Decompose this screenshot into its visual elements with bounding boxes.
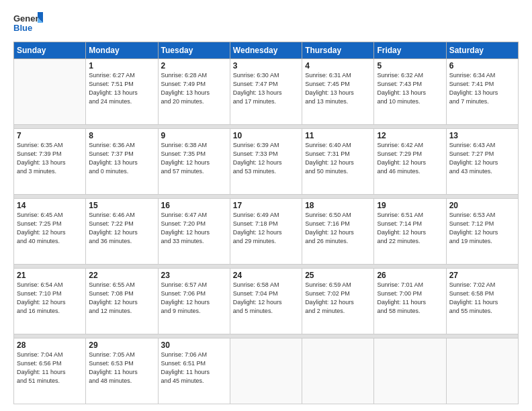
calendar-cell: 10Sunrise: 6:39 AM Sunset: 7:33 PM Dayli… bbox=[230, 129, 302, 195]
day-info: Sunrise: 6:38 AM Sunset: 7:35 PM Dayligh… bbox=[161, 141, 227, 176]
calendar-cell: 13Sunrise: 6:43 AM Sunset: 7:27 PM Dayli… bbox=[446, 129, 518, 195]
day-info: Sunrise: 6:36 AM Sunset: 7:37 PM Dayligh… bbox=[89, 141, 154, 176]
calendar-cell bbox=[230, 338, 302, 404]
day-info: Sunrise: 6:55 AM Sunset: 7:08 PM Dayligh… bbox=[89, 281, 154, 316]
day-info: Sunrise: 6:47 AM Sunset: 7:20 PM Dayligh… bbox=[161, 211, 227, 246]
day-number: 30 bbox=[161, 340, 227, 350]
calendar-cell: 5Sunrise: 6:32 AM Sunset: 7:43 PM Daylig… bbox=[374, 59, 446, 125]
calendar-cell bbox=[446, 338, 518, 404]
day-number: 12 bbox=[377, 131, 443, 140]
day-number: 6 bbox=[449, 61, 515, 71]
calendar-cell: 16Sunrise: 6:47 AM Sunset: 7:20 PM Dayli… bbox=[158, 199, 230, 265]
day-number: 16 bbox=[161, 201, 227, 210]
day-info: Sunrise: 6:40 AM Sunset: 7:31 PM Dayligh… bbox=[305, 141, 371, 176]
day-number: 27 bbox=[449, 271, 515, 280]
day-info: Sunrise: 6:50 AM Sunset: 7:16 PM Dayligh… bbox=[305, 211, 371, 246]
calendar-cell: 17Sunrise: 6:49 AM Sunset: 7:18 PM Dayli… bbox=[230, 199, 302, 265]
day-number: 29 bbox=[89, 340, 154, 350]
day-info: Sunrise: 7:06 AM Sunset: 6:51 PM Dayligh… bbox=[161, 351, 227, 385]
day-info: Sunrise: 7:04 AM Sunset: 6:56 PM Dayligh… bbox=[17, 351, 83, 385]
calendar-header-friday: Friday bbox=[374, 42, 446, 59]
day-info: Sunrise: 6:35 AM Sunset: 7:39 PM Dayligh… bbox=[17, 141, 83, 176]
day-info: Sunrise: 6:58 AM Sunset: 7:04 PM Dayligh… bbox=[233, 281, 299, 316]
day-number: 5 bbox=[377, 61, 443, 71]
calendar-cell: 8Sunrise: 6:36 AM Sunset: 7:37 PM Daylig… bbox=[86, 129, 158, 195]
calendar-cell: 2Sunrise: 6:28 AM Sunset: 7:49 PM Daylig… bbox=[158, 59, 230, 125]
calendar-cell: 20Sunrise: 6:53 AM Sunset: 7:12 PM Dayli… bbox=[446, 199, 518, 265]
calendar-cell: 6Sunrise: 6:34 AM Sunset: 7:41 PM Daylig… bbox=[446, 59, 518, 125]
calendar-week-row: 14Sunrise: 6:45 AM Sunset: 7:25 PM Dayli… bbox=[14, 199, 519, 265]
calendar-header-wednesday: Wednesday bbox=[230, 42, 302, 59]
calendar-cell: 30Sunrise: 7:06 AM Sunset: 6:51 PM Dayli… bbox=[158, 338, 230, 404]
day-number: 7 bbox=[17, 131, 83, 140]
calendar-header-saturday: Saturday bbox=[446, 42, 518, 59]
day-info: Sunrise: 6:39 AM Sunset: 7:33 PM Dayligh… bbox=[233, 141, 299, 176]
logo-icon: General Blue bbox=[13, 11, 43, 35]
day-info: Sunrise: 6:28 AM Sunset: 7:49 PM Dayligh… bbox=[161, 71, 227, 106]
calendar-cell: 4Sunrise: 6:31 AM Sunset: 7:45 PM Daylig… bbox=[302, 59, 374, 125]
calendar-cell: 7Sunrise: 6:35 AM Sunset: 7:39 PM Daylig… bbox=[14, 129, 86, 195]
day-info: Sunrise: 6:32 AM Sunset: 7:43 PM Dayligh… bbox=[377, 71, 443, 106]
day-info: Sunrise: 6:31 AM Sunset: 7:45 PM Dayligh… bbox=[305, 71, 371, 106]
calendar-cell: 24Sunrise: 6:58 AM Sunset: 7:04 PM Dayli… bbox=[230, 269, 302, 334]
calendar-header-monday: Monday bbox=[86, 42, 158, 59]
day-info: Sunrise: 6:46 AM Sunset: 7:22 PM Dayligh… bbox=[89, 211, 154, 246]
calendar-week-row: 1Sunrise: 6:27 AM Sunset: 7:51 PM Daylig… bbox=[14, 59, 519, 125]
calendar-cell: 14Sunrise: 6:45 AM Sunset: 7:25 PM Dayli… bbox=[14, 199, 86, 265]
calendar-week-row: 7Sunrise: 6:35 AM Sunset: 7:39 PM Daylig… bbox=[14, 129, 519, 195]
calendar-cell: 11Sunrise: 6:40 AM Sunset: 7:31 PM Dayli… bbox=[302, 129, 374, 195]
day-number: 15 bbox=[89, 201, 154, 210]
calendar-cell bbox=[14, 59, 86, 125]
calendar-cell: 29Sunrise: 7:05 AM Sunset: 6:53 PM Dayli… bbox=[86, 338, 158, 404]
day-number: 19 bbox=[377, 201, 443, 210]
day-info: Sunrise: 6:49 AM Sunset: 7:18 PM Dayligh… bbox=[233, 211, 299, 246]
calendar-table: SundayMondayTuesdayWednesdayThursdayFrid… bbox=[13, 42, 519, 404]
calendar-cell: 22Sunrise: 6:55 AM Sunset: 7:08 PM Dayli… bbox=[86, 269, 158, 334]
day-number: 17 bbox=[233, 201, 299, 210]
day-number: 2 bbox=[161, 61, 227, 71]
day-number: 10 bbox=[233, 131, 299, 140]
calendar-cell: 12Sunrise: 6:42 AM Sunset: 7:29 PM Dayli… bbox=[374, 129, 446, 195]
day-info: Sunrise: 6:59 AM Sunset: 7:02 PM Dayligh… bbox=[305, 281, 371, 316]
day-number: 28 bbox=[17, 340, 83, 350]
calendar-header-row: SundayMondayTuesdayWednesdayThursdayFrid… bbox=[14, 42, 519, 59]
day-number: 8 bbox=[89, 131, 154, 140]
calendar-cell: 26Sunrise: 7:01 AM Sunset: 7:00 PM Dayli… bbox=[374, 269, 446, 334]
day-number: 23 bbox=[161, 271, 227, 280]
day-info: Sunrise: 7:02 AM Sunset: 6:58 PM Dayligh… bbox=[449, 281, 515, 316]
logo: General Blue bbox=[13, 11, 43, 35]
day-info: Sunrise: 6:42 AM Sunset: 7:29 PM Dayligh… bbox=[377, 141, 443, 176]
day-number: 20 bbox=[449, 201, 515, 210]
day-info: Sunrise: 6:54 AM Sunset: 7:10 PM Dayligh… bbox=[17, 281, 83, 316]
day-info: Sunrise: 6:43 AM Sunset: 7:27 PM Dayligh… bbox=[449, 141, 515, 176]
day-number: 4 bbox=[305, 61, 371, 71]
day-info: Sunrise: 6:57 AM Sunset: 7:06 PM Dayligh… bbox=[161, 281, 227, 316]
calendar-week-row: 28Sunrise: 7:04 AM Sunset: 6:56 PM Dayli… bbox=[14, 338, 519, 404]
day-info: Sunrise: 6:45 AM Sunset: 7:25 PM Dayligh… bbox=[17, 211, 83, 246]
day-info: Sunrise: 7:01 AM Sunset: 7:00 PM Dayligh… bbox=[377, 281, 443, 316]
day-number: 11 bbox=[305, 131, 371, 140]
svg-text:Blue: Blue bbox=[13, 23, 32, 33]
calendar-cell bbox=[302, 338, 374, 404]
calendar-header-thursday: Thursday bbox=[302, 42, 374, 59]
day-number: 26 bbox=[377, 271, 443, 280]
calendar-cell: 3Sunrise: 6:30 AM Sunset: 7:47 PM Daylig… bbox=[230, 59, 302, 125]
calendar-cell: 21Sunrise: 6:54 AM Sunset: 7:10 PM Dayli… bbox=[14, 269, 86, 334]
day-info: Sunrise: 6:30 AM Sunset: 7:47 PM Dayligh… bbox=[233, 71, 299, 106]
day-number: 1 bbox=[89, 61, 154, 71]
day-info: Sunrise: 6:51 AM Sunset: 7:14 PM Dayligh… bbox=[377, 211, 443, 246]
calendar-header-tuesday: Tuesday bbox=[158, 42, 230, 59]
day-info: Sunrise: 7:05 AM Sunset: 6:53 PM Dayligh… bbox=[89, 351, 154, 385]
day-number: 9 bbox=[161, 131, 227, 140]
calendar-cell: 9Sunrise: 6:38 AM Sunset: 7:35 PM Daylig… bbox=[158, 129, 230, 195]
day-number: 3 bbox=[233, 61, 299, 71]
day-number: 25 bbox=[305, 271, 371, 280]
calendar-cell: 27Sunrise: 7:02 AM Sunset: 6:58 PM Dayli… bbox=[446, 269, 518, 334]
calendar-cell: 28Sunrise: 7:04 AM Sunset: 6:56 PM Dayli… bbox=[14, 338, 86, 404]
day-number: 21 bbox=[17, 271, 83, 280]
calendar-cell: 15Sunrise: 6:46 AM Sunset: 7:22 PM Dayli… bbox=[86, 199, 158, 265]
day-number: 22 bbox=[89, 271, 154, 280]
calendar-cell: 23Sunrise: 6:57 AM Sunset: 7:06 PM Dayli… bbox=[158, 269, 230, 334]
calendar-cell: 19Sunrise: 6:51 AM Sunset: 7:14 PM Dayli… bbox=[374, 199, 446, 265]
calendar-cell: 25Sunrise: 6:59 AM Sunset: 7:02 PM Dayli… bbox=[302, 269, 374, 334]
